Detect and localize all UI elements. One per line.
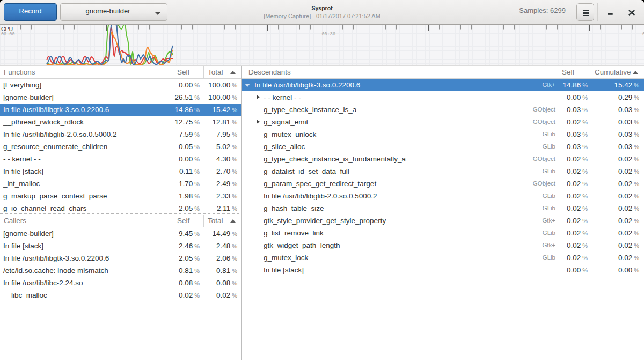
svg-text:00:30: 00:30 <box>322 32 336 37</box>
svg-text:00:00: 00:00 <box>1 32 15 37</box>
